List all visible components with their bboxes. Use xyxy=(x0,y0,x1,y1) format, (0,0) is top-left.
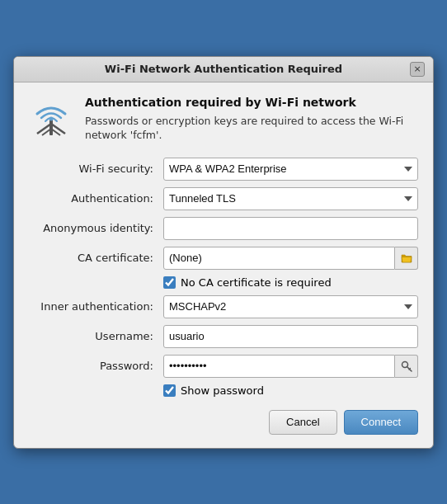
key-icon xyxy=(401,360,412,372)
svg-point-5 xyxy=(49,116,54,120)
cancel-button[interactable]: Cancel xyxy=(269,410,336,435)
username-control xyxy=(163,325,418,348)
ca-certificate-control xyxy=(163,247,418,270)
close-button[interactable]: × xyxy=(410,62,425,77)
header-section: Authentication required by Wi-Fi network… xyxy=(29,96,418,143)
button-row: Cancel Connect xyxy=(29,410,418,435)
password-control xyxy=(163,355,418,378)
password-icon-button[interactable] xyxy=(395,355,418,378)
inner-auth-select[interactable]: PAP MSCHAP MSCHAPv2 CHAP xyxy=(163,295,418,318)
show-password-checkbox[interactable] xyxy=(163,384,176,397)
authentication-label: Authentication: xyxy=(29,192,157,205)
svg-rect-0 xyxy=(49,119,53,135)
ca-certificate-browse-button[interactable] xyxy=(395,247,418,270)
svg-line-1 xyxy=(37,124,51,134)
wifi-tower-icon xyxy=(29,96,73,140)
wifi-security-control: WPA & WPA2 Enterprise None WEP 40/128-bi… xyxy=(163,158,418,181)
ca-cert-row xyxy=(163,247,418,270)
no-ca-checkbox[interactable] xyxy=(163,276,176,289)
connect-button[interactable]: Connect xyxy=(344,410,418,435)
authentication-select[interactable]: MD5 TLS LEAP PWD FAST Tunneled TLS Prote… xyxy=(163,187,418,210)
wifi-security-label: Wi-Fi security: xyxy=(29,163,157,175)
show-password-text: Show password xyxy=(181,384,264,397)
inner-auth-label: Inner authentication: xyxy=(29,300,157,313)
no-ca-row: No CA certificate is required xyxy=(163,276,418,289)
no-ca-label[interactable]: No CA certificate is required xyxy=(163,276,332,289)
dialog: Wi-Fi Network Authentication Required × xyxy=(13,56,434,449)
password-input[interactable] xyxy=(163,355,395,378)
header-description: Passwords or encryption keys are require… xyxy=(85,114,418,143)
username-label: Username: xyxy=(29,330,157,342)
anonymous-identity-label: Anonymous identity: xyxy=(29,222,157,234)
authentication-control: MD5 TLS LEAP PWD FAST Tunneled TLS Prote… xyxy=(163,187,418,210)
wifi-security-select[interactable]: WPA & WPA2 Enterprise None WEP 40/128-bi… xyxy=(163,158,418,181)
dialog-title: Wi-Fi Network Authentication Required xyxy=(37,63,410,75)
inner-auth-control: PAP MSCHAP MSCHAPv2 CHAP xyxy=(163,295,418,318)
header-text: Authentication required by Wi-Fi network… xyxy=(85,96,418,143)
password-label: Password: xyxy=(29,360,157,372)
anonymous-identity-input[interactable] xyxy=(163,217,418,240)
svg-line-2 xyxy=(51,124,65,134)
folder-icon xyxy=(401,253,412,263)
dialog-content: Authentication required by Wi-Fi network… xyxy=(14,82,433,448)
show-password-label-element[interactable]: Show password xyxy=(163,384,264,397)
header-title: Authentication required by Wi-Fi network xyxy=(85,96,418,109)
anonymous-identity-control xyxy=(163,217,418,240)
titlebar: Wi-Fi Network Authentication Required × xyxy=(14,57,433,82)
ca-certificate-label: CA certificate: xyxy=(29,252,157,264)
show-password-row: Show password xyxy=(163,384,418,397)
no-ca-text: No CA certificate is required xyxy=(181,276,332,289)
form-grid: Wi-Fi security: WPA & WPA2 Enterprise No… xyxy=(29,158,418,397)
password-row xyxy=(163,355,418,378)
username-input[interactable] xyxy=(163,325,418,348)
ca-certificate-input[interactable] xyxy=(163,247,395,270)
